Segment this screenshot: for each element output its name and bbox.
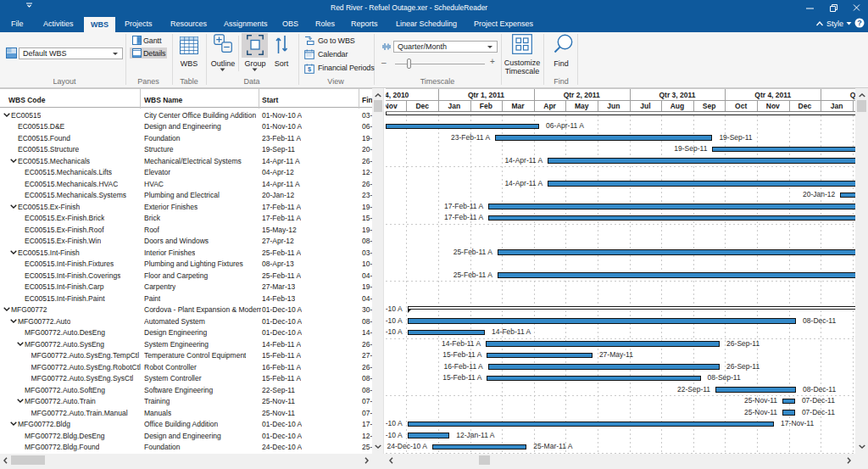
svg-text:?: ? <box>857 19 862 27</box>
